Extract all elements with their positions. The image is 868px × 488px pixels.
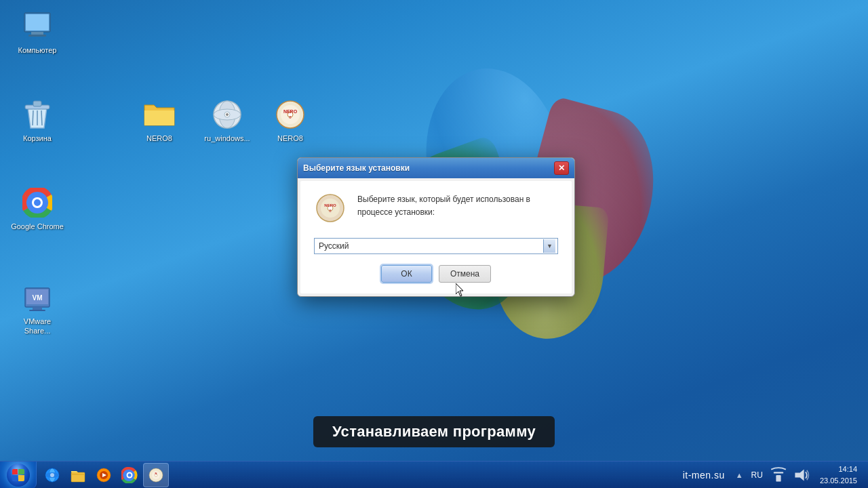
dialog-close-button[interactable]: ✕ bbox=[554, 161, 569, 175]
volume-icon bbox=[793, 467, 810, 483]
dialog-body: NERO 8 Выберите язык, который будет испо… bbox=[314, 192, 558, 224]
language-indicator[interactable]: RU bbox=[749, 469, 766, 481]
clock-time: 14:14 bbox=[820, 464, 857, 475]
taskbar-item-media-player[interactable] bbox=[92, 463, 116, 487]
taskbar-item-nero-active[interactable]: N bbox=[143, 463, 169, 487]
svg-text:NERO: NERO bbox=[324, 203, 336, 207]
svg-point-45 bbox=[128, 473, 132, 476]
dialog-overlay: Выберите язык установки ✕ NERO 8 bbox=[0, 0, 868, 461]
windows-flag-icon bbox=[12, 469, 24, 481]
install-language-dialog: Выберите язык установки ✕ NERO 8 bbox=[297, 157, 575, 297]
svg-rect-50 bbox=[776, 475, 781, 482]
dialog-icon: NERO 8 bbox=[314, 192, 347, 224]
taskbar-item-ie[interactable] bbox=[40, 463, 64, 487]
network-icon bbox=[770, 467, 787, 483]
ok-button[interactable]: ОК bbox=[381, 265, 432, 283]
tray-show-hidden[interactable]: ▲ bbox=[733, 470, 746, 481]
chrome-taskbar-icon bbox=[121, 467, 138, 483]
dialog-title: Выберите язык установки bbox=[303, 163, 410, 173]
clock-date: 23.05.2015 bbox=[820, 475, 857, 487]
dialog-titlebar: Выберите язык установки ✕ bbox=[298, 158, 574, 178]
taskbar-item-chrome[interactable] bbox=[117, 463, 142, 487]
svg-rect-39 bbox=[72, 474, 84, 475]
taskbar-network-icon[interactable] bbox=[769, 463, 788, 487]
media-player-icon bbox=[96, 467, 112, 483]
language-dropdown-wrapper: Русский English Deutsch Français ▼ bbox=[314, 238, 558, 254]
svg-marker-52 bbox=[795, 469, 804, 481]
taskbar-pinned-items: N bbox=[39, 463, 170, 487]
explorer-icon bbox=[70, 467, 86, 483]
dialog-message: Выберите язык, который будет использован… bbox=[357, 192, 530, 219]
nero-taskbar-icon: N bbox=[148, 467, 164, 483]
system-tray: it-men.su ▲ RU bbox=[683, 463, 868, 487]
website-label: it-men.su bbox=[683, 470, 725, 481]
dialog-content: NERO 8 Выберите язык, который будет испо… bbox=[300, 181, 572, 293]
windows-orb bbox=[7, 464, 30, 487]
taskbar: N it-men.su ▲ RU bbox=[0, 461, 868, 488]
dialog-buttons: ОК Отмена bbox=[314, 265, 558, 283]
ie-icon bbox=[44, 467, 60, 483]
svg-point-37 bbox=[50, 473, 54, 477]
svg-text:N: N bbox=[155, 472, 157, 475]
language-dropdown[interactable]: Русский English Deutsch Français bbox=[314, 238, 558, 254]
taskbar-item-explorer[interactable] bbox=[66, 463, 90, 487]
taskbar-volume-icon[interactable] bbox=[792, 463, 811, 487]
start-button[interactable] bbox=[0, 462, 37, 489]
system-clock[interactable]: 14:14 23.05.2015 bbox=[814, 464, 863, 486]
desktop: Компьютер Корзина NERO8 bbox=[0, 0, 868, 488]
cancel-button[interactable]: Отмена bbox=[439, 265, 491, 283]
svg-rect-51 bbox=[774, 472, 783, 473]
